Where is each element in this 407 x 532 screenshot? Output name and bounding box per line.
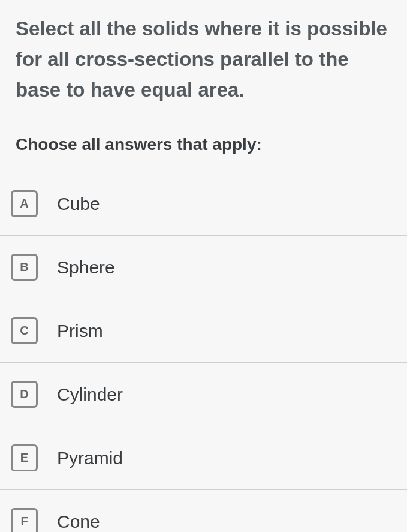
option-letter-box: A	[11, 190, 38, 217]
option-label: Cylinder	[57, 384, 123, 405]
option-label: Pyramid	[57, 448, 123, 468]
answer-option-b[interactable]: B Sphere	[0, 236, 407, 299]
option-letter-box: B	[11, 254, 38, 281]
option-label: Sphere	[57, 257, 115, 278]
option-letter-box: E	[11, 444, 38, 471]
option-label: Prism	[57, 321, 103, 341]
option-label: Cone	[57, 512, 100, 532]
option-letter-box: C	[11, 317, 38, 344]
option-label: Cube	[57, 194, 100, 214]
answer-option-d[interactable]: D Cylinder	[0, 363, 407, 426]
answer-option-f[interactable]: F Cone	[0, 490, 407, 532]
instruction-text: Choose all answers that apply:	[0, 110, 407, 172]
answer-list: A Cube B Sphere C Prism D Cylinder E Pyr…	[0, 172, 407, 532]
answer-option-a[interactable]: A Cube	[0, 172, 407, 236]
answer-option-c[interactable]: C Prism	[0, 299, 407, 363]
option-letter-box: D	[11, 381, 38, 408]
quiz-container: Select all the solids where it is possib…	[0, 0, 407, 532]
answer-option-e[interactable]: E Pyramid	[0, 426, 407, 490]
question-prompt: Select all the solids where it is possib…	[0, 0, 407, 110]
option-letter-box: F	[11, 508, 38, 532]
